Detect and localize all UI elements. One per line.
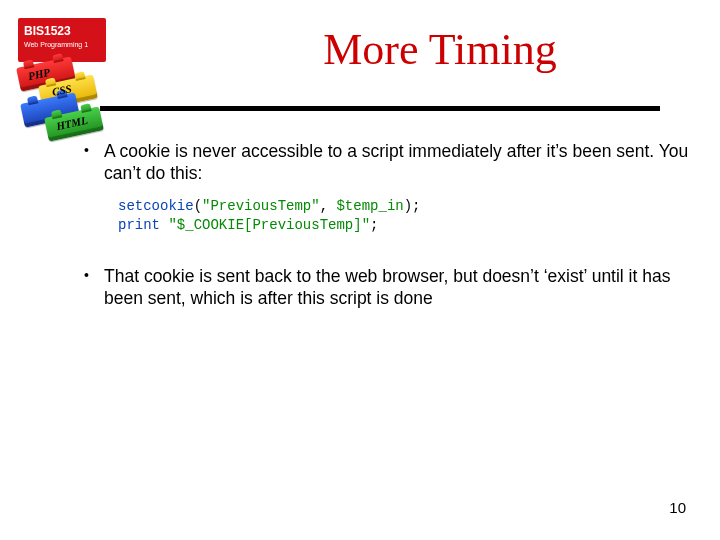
code-fn-setcookie: setcookie bbox=[118, 198, 194, 214]
bullet-1: • A cookie is never accessible to a scri… bbox=[80, 140, 690, 185]
code-arg1: "PreviousTemp" bbox=[202, 198, 320, 214]
bullet-dot-icon: • bbox=[80, 140, 104, 185]
slide-body: • A cookie is never accessible to a scri… bbox=[80, 140, 690, 319]
course-subtitle: Web Programming 1 bbox=[24, 41, 100, 48]
bullet-2: • That cookie is sent back to the web br… bbox=[80, 265, 690, 310]
lego-icon: PHP CSS HTML bbox=[18, 62, 108, 132]
code-snippet: setcookie("PreviousTemp", $temp_in); pri… bbox=[114, 195, 514, 237]
code-arg2: $temp_in bbox=[336, 198, 403, 214]
code-line-2: print "$_COOKIE[PreviousTemp]"; bbox=[118, 216, 510, 235]
horizontal-rule bbox=[100, 106, 660, 111]
course-code: BIS1523 bbox=[24, 24, 100, 38]
bullet-2-text: That cookie is sent back to the web brow… bbox=[104, 265, 690, 310]
code-fn-print: print bbox=[118, 217, 160, 233]
slide-title: More Timing bbox=[180, 24, 700, 75]
page-number: 10 bbox=[669, 499, 686, 516]
code-line-1: setcookie("PreviousTemp", $temp_in); bbox=[118, 197, 510, 216]
bullet-1-text: A cookie is never accessible to a script… bbox=[104, 140, 690, 185]
slide: BIS1523 Web Programming 1 PHP CSS HTML M… bbox=[0, 0, 720, 540]
bullet-dot-icon: • bbox=[80, 265, 104, 310]
code-print-arg: "$_COOKIE[PreviousTemp]" bbox=[168, 217, 370, 233]
